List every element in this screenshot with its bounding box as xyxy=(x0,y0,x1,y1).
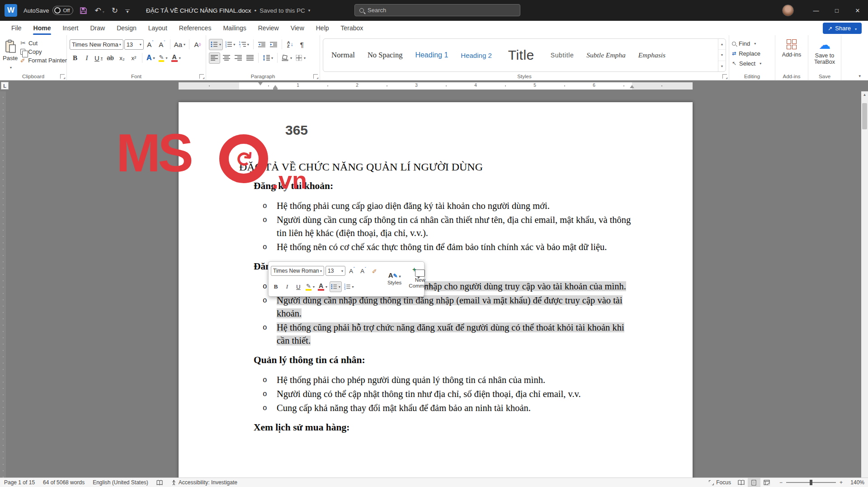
minimize-button[interactable]: — xyxy=(806,0,826,21)
style-title[interactable]: Title xyxy=(498,47,544,63)
numbering-button[interactable]: 123 xyxy=(224,39,236,50)
style-no-spacing[interactable]: No Spacing xyxy=(361,51,409,60)
word-logo-icon[interactable]: W xyxy=(5,4,17,17)
autosave-toggle[interactable]: Off xyxy=(52,6,73,15)
mini-shrink-font-button[interactable]: Aˇ xyxy=(358,265,368,276)
mini-bullets-button[interactable] xyxy=(330,281,342,292)
tab-view[interactable]: View xyxy=(285,22,310,35)
style-subtle-empha[interactable]: Subtle Empha xyxy=(580,51,632,59)
align-left-button[interactable] xyxy=(209,52,220,64)
borders-button[interactable] xyxy=(294,52,307,64)
tab-draw[interactable]: Draw xyxy=(84,22,111,35)
paste-button[interactable]: Paste xyxy=(3,38,18,72)
paragraph-dialog-launcher[interactable] xyxy=(313,74,318,79)
zoom-out-button[interactable]: − xyxy=(779,479,783,486)
redo-button[interactable]: ↻ xyxy=(112,6,118,15)
mini-font-family-combo[interactable]: Times New Roman xyxy=(271,266,324,276)
shrink-font-button[interactable]: Aˇ xyxy=(156,39,167,50)
tab-selector-button[interactable]: L xyxy=(1,82,9,90)
scrollbar-thumb[interactable] xyxy=(862,103,867,129)
autosave-control[interactable]: AutoSave Off xyxy=(24,6,73,15)
text-effects-button[interactable]: A xyxy=(145,52,156,64)
italic-button[interactable]: I xyxy=(81,52,92,64)
mini-styles-button[interactable]: A✎ Styles xyxy=(385,264,404,294)
style-subtitle[interactable]: Subtitle xyxy=(544,52,580,59)
word-count[interactable]: 64 of 5068 words xyxy=(39,478,89,487)
customize-qat-button[interactable]: —▾ xyxy=(125,8,130,13)
style-emphasis[interactable]: Emphasis xyxy=(632,51,672,59)
clear-formatting-button[interactable]: A◊ xyxy=(192,39,203,50)
increase-indent-button[interactable] xyxy=(268,39,279,50)
web-layout-button[interactable] xyxy=(760,478,773,487)
document-page[interactable]: ĐẶC TẢ VỀ CHỨC NĂNG QUẢN LÍ NGƯỜI DÙNG Đ… xyxy=(179,102,693,478)
justify-button[interactable] xyxy=(245,52,255,64)
tab-terabox[interactable]: Terabox xyxy=(335,22,369,35)
print-layout-button[interactable] xyxy=(748,478,760,487)
find-button[interactable]: Find xyxy=(732,38,772,48)
shading-button[interactable] xyxy=(280,52,293,64)
font-size-combo[interactable]: 13 xyxy=(124,39,144,50)
highlight-color-button[interactable]: ✎ xyxy=(157,52,169,64)
right-indent-marker[interactable] xyxy=(630,85,634,88)
proofing-status-button[interactable] xyxy=(152,478,167,487)
bold-button[interactable]: B xyxy=(70,52,80,64)
page-indicator[interactable]: Page 1 of 15 xyxy=(0,478,39,487)
add-ins-button[interactable]: Add-ins xyxy=(778,38,805,58)
font-color-button[interactable]: A xyxy=(170,52,182,64)
show-paragraph-marks-button[interactable]: ¶ xyxy=(297,39,307,50)
select-button[interactable]: ↖ Select xyxy=(732,58,772,68)
copy-button[interactable]: Copy xyxy=(20,48,67,55)
zoom-level[interactable]: 140% xyxy=(846,479,864,486)
mini-grow-font-button[interactable]: Aˆ xyxy=(347,265,357,276)
zoom-in-button[interactable]: + xyxy=(840,479,843,486)
align-center-button[interactable] xyxy=(221,52,232,64)
hanging-indent-marker[interactable] xyxy=(273,85,278,88)
tab-insert[interactable]: Insert xyxy=(57,22,84,35)
styles-dialog-launcher[interactable] xyxy=(722,74,727,79)
sort-button[interactable]: AZ ↓ xyxy=(285,39,296,50)
mini-bold-button[interactable]: B xyxy=(271,281,281,292)
mini-font-size-combo[interactable]: 13 xyxy=(326,266,345,276)
scroll-up-icon[interactable]: ▲ xyxy=(861,91,868,98)
multilevel-list-button[interactable]: 1ai xyxy=(237,39,250,50)
tab-mailings[interactable]: Mailings xyxy=(217,22,252,35)
line-spacing-button[interactable] xyxy=(261,52,274,64)
mini-highlight-button[interactable]: ✎ xyxy=(305,281,316,292)
new-comment-button[interactable]: + NewComment xyxy=(406,264,434,294)
bullets-button[interactable] xyxy=(209,39,223,50)
tab-layout[interactable]: Layout xyxy=(142,22,173,35)
accessibility-status-button[interactable]: Accessibility: Investigate xyxy=(167,478,241,487)
undo-button[interactable]: ↶ xyxy=(94,6,104,15)
search-box[interactable] xyxy=(354,4,520,16)
tab-references[interactable]: References xyxy=(173,22,217,35)
language-indicator[interactable]: English (United States) xyxy=(89,478,152,487)
superscript-button[interactable]: x² xyxy=(128,52,139,64)
align-right-button[interactable] xyxy=(233,52,244,64)
tab-home[interactable]: Home xyxy=(28,22,57,35)
mini-underline-button[interactable]: U xyxy=(293,281,303,292)
font-family-combo[interactable]: Times New Roman xyxy=(70,39,123,50)
strikethrough-button[interactable]: ab xyxy=(105,52,116,64)
mini-font-color-button[interactable]: A xyxy=(317,281,328,292)
subscript-button[interactable]: x₂ xyxy=(117,52,127,64)
style-heading-2[interactable]: Heading 2 xyxy=(454,52,498,59)
mini-numbering-button[interactable]: 123 xyxy=(343,281,354,292)
format-painter-button[interactable]: ✎ Format Painter xyxy=(20,57,67,64)
zoom-slider-thumb[interactable] xyxy=(810,480,812,485)
user-avatar[interactable] xyxy=(782,5,794,16)
replace-button[interactable]: ⇄ Replace xyxy=(732,48,772,58)
vertical-scrollbar[interactable]: ▲ xyxy=(861,91,868,478)
read-mode-button[interactable] xyxy=(735,478,748,487)
cut-button[interactable]: ✂ Cut xyxy=(20,39,67,47)
first-line-indent-marker[interactable] xyxy=(258,82,263,85)
decrease-indent-button[interactable] xyxy=(256,39,267,50)
clipboard-dialog-launcher[interactable] xyxy=(60,74,65,79)
save-button[interactable] xyxy=(80,7,87,14)
font-dialog-launcher[interactable] xyxy=(199,74,204,79)
focus-button[interactable]: Focus xyxy=(705,478,735,487)
style-heading-1[interactable]: Heading 1 xyxy=(409,51,454,59)
search-input[interactable] xyxy=(368,7,515,14)
close-button[interactable]: ✕ xyxy=(847,0,868,21)
tab-file[interactable]: File xyxy=(5,22,28,35)
tab-design[interactable]: Design xyxy=(111,22,142,35)
